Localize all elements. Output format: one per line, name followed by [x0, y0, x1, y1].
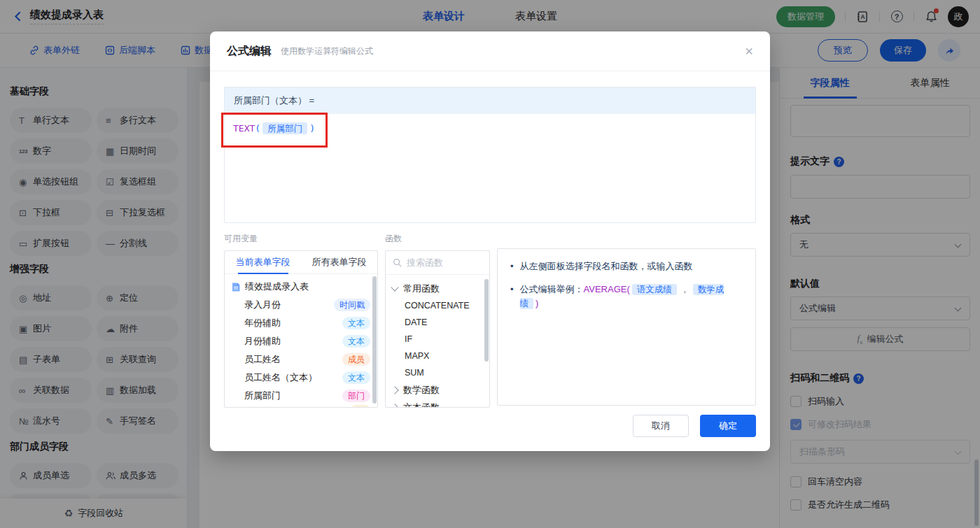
function-group[interactable]: 文本函数 [386, 399, 489, 408]
functions-box: 常用函数CONCATENATEDATEIFMAPXSUM数学函数文本函数 [385, 250, 490, 408]
function-group[interactable]: 数学函数 [386, 381, 489, 399]
type-badge: 部门 [342, 390, 370, 402]
app-root: 绩效提成录入表 表单设计 表单设置 数据管理 A ? 政 表单外链 [0, 0, 980, 528]
clipped-badge [351, 405, 370, 408]
chevron-right-icon [391, 386, 398, 394]
functions-scrollbar[interactable] [484, 279, 489, 362]
modal-footer: 取消 确定 [633, 415, 756, 437]
function-tree: 常用函数CONCATENATEDATEIFMAPXSUM数学函数文本函数 [386, 275, 489, 408]
modal-subtitle: 使用数学运算符编辑公式 [281, 45, 373, 57]
function-item[interactable]: MAPX [386, 348, 489, 364]
function-item[interactable]: CONCATENATE [386, 297, 489, 314]
variable-row[interactable]: 员工姓名（文本）文本 [225, 369, 377, 387]
type-badge: 时间戳 [334, 299, 370, 311]
functions-column: 函数 常用函数CONCATENATEDATEIFMAPXSUM数学函数文本函数 [385, 233, 490, 408]
variables-column: 可用变量 当前表单字段 所有表单字段 绩效提成录入表 录入月份时间戳年份辅助文本… [224, 233, 378, 408]
confirm-button[interactable]: 确定 [700, 415, 756, 437]
variables-tabs: 当前表单字段 所有表单字段 [225, 251, 377, 274]
formula-function-name: TEXT [233, 123, 255, 134]
function-item[interactable]: IF [386, 331, 489, 348]
variables-list: 绩效提成录入表 录入月份时间戳年份辅助文本月份辅助文本员工姓名成员员工姓名（文本… [225, 274, 377, 408]
functions-label: 函数 [385, 233, 490, 245]
tab-all-form-fields[interactable]: 所有表单字段 [301, 251, 377, 273]
variables-label: 可用变量 [224, 233, 378, 245]
hint-line-2: • 公式编辑举例：AVERAGE(语文成绩，数学成绩) [510, 283, 743, 311]
chevron-right-icon [391, 404, 398, 408]
variable-row[interactable]: 月份辅助文本 [225, 332, 377, 350]
type-badge: 文本 [342, 317, 370, 329]
formula-editor-modal: 公式编辑 使用数学运算符编辑公式 × 所属部门（文本） = TEXT(所属部门)… [210, 31, 770, 451]
modal-columns: 可用变量 当前表单字段 所有表单字段 绩效提成录入表 录入月份时间戳年份辅助文本… [224, 233, 756, 408]
modal-body: 所属部门（文本） = TEXT(所属部门) 可用变量 当前表单字段 所有表单字段 [210, 71, 770, 408]
search-icon [393, 258, 402, 267]
hints-column: • 从左侧面板选择字段名和函数，或输入函数 • 公式编辑举例：AVERAGE(语… [497, 233, 756, 408]
variable-row[interactable]: 员工姓名成员 [225, 350, 377, 369]
function-item[interactable]: DATE [386, 314, 489, 331]
variable-row[interactable]: 录入月份时间戳 [225, 296, 377, 314]
tab-current-form-fields[interactable]: 当前表单字段 [225, 251, 301, 273]
function-search-input[interactable] [407, 257, 477, 268]
modal-header: 公式编辑 使用数学运算符编辑公式 × [210, 31, 770, 71]
hints-box: • 从左侧面板选择字段名和函数，或输入函数 • 公式编辑举例：AVERAGE(语… [497, 248, 756, 406]
formula-target: 所属部门（文本） = [225, 87, 755, 114]
field-chip[interactable]: 所属部门 [262, 122, 307, 134]
formula-input-area[interactable]: TEXT(所属部门) [225, 114, 755, 222]
hint-line-1: • 从左侧面板选择字段名和函数，或输入函数 [510, 259, 743, 273]
type-badge: 文本 [342, 335, 370, 348]
chevron-down-icon [391, 283, 398, 291]
document-icon [232, 283, 240, 292]
variables-box: 当前表单字段 所有表单字段 绩效提成录入表 录入月份时间戳年份辅助文本月份辅助文… [224, 250, 378, 408]
variable-row[interactable]: 所属部门部门 [225, 387, 377, 405]
modal-title: 公式编辑 [227, 44, 272, 59]
cancel-button[interactable]: 取消 [633, 415, 689, 437]
type-badge: 成员 [342, 353, 370, 366]
variable-row[interactable]: 年份辅助文本 [225, 314, 377, 332]
function-search[interactable] [386, 251, 489, 275]
clipped-variable-row [225, 405, 377, 408]
function-group[interactable]: 常用函数 [386, 280, 489, 297]
form-node[interactable]: 绩效提成录入表 [225, 278, 377, 296]
function-item[interactable]: SUM [386, 364, 489, 381]
variables-scrollbar[interactable] [372, 276, 377, 404]
type-badge: 文本 [342, 371, 370, 384]
formula-editor: 所属部门（文本） = TEXT(所属部门) [224, 87, 756, 223]
field-chip: 语文成绩 [632, 284, 677, 295]
close-icon[interactable]: × [745, 44, 753, 58]
